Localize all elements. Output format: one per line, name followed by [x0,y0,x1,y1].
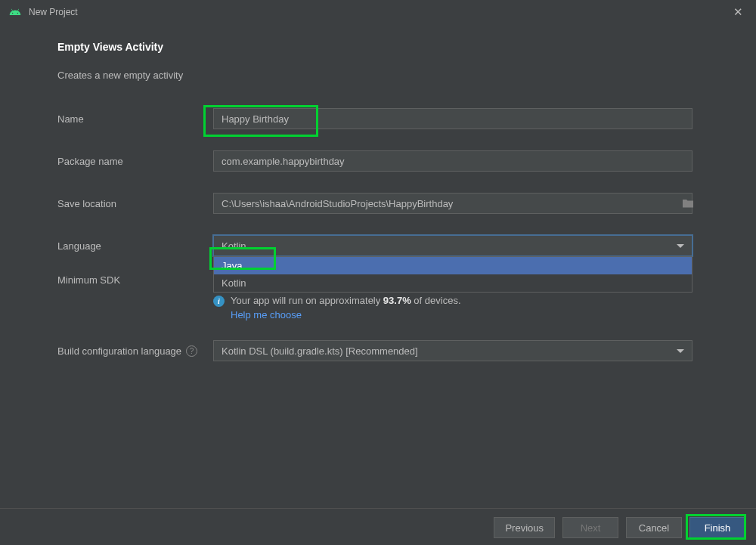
label-min-sdk: Minimum SDK [57,274,213,286]
help-me-choose-link[interactable]: Help me choose [231,309,461,320]
help-icon[interactable]: ? [186,345,197,357]
row-build-config: Build configuration language ? Kotlin DS… [57,340,699,361]
row-language: Language Kotlin Java Kotlin [57,235,699,256]
button-bar: Previous Next Cancel Finish [494,517,745,538]
info-icon: i [213,296,225,307]
footer-separator [0,508,756,509]
chevron-down-icon [677,244,684,248]
row-package: Package name [57,150,699,172]
package-input[interactable] [213,150,692,172]
page-subtitle: Creates a new empty activity [57,70,699,81]
label-name: Name [57,113,213,125]
build-config-value: Kotlin DSL (build.gradle.kts) [Recommend… [222,345,418,357]
row-save-location: Save location [57,193,699,214]
save-location-input[interactable] [213,193,692,214]
page-title: Empty Views Activity [57,41,699,53]
cancel-button[interactable]: Cancel [626,517,682,538]
device-coverage-info: i Your app will run on approximately 93.… [213,295,699,320]
window-title: New Project [29,7,78,17]
title-bar: New Project ✕ [0,0,756,24]
coverage-text: Your app will run on approximately 93.7%… [231,295,461,306]
build-config-select[interactable]: Kotlin DSL (build.gradle.kts) [Recommend… [213,340,692,361]
language-select[interactable]: Kotlin [213,235,692,256]
close-icon[interactable]: ✕ [729,5,747,19]
label-save-location: Save location [57,198,213,209]
label-build-config: Build configuration language ? [57,345,213,357]
language-select-value: Kotlin [222,240,246,252]
next-button: Next [562,517,618,538]
dialog-content: Empty Views Activity Creates a new empty… [0,24,756,361]
browse-folder-icon[interactable] [681,197,695,210]
chevron-down-icon [677,349,684,353]
row-name: Name [57,108,699,129]
label-language: Language [57,240,213,252]
language-option-java[interactable]: Java [214,257,692,274]
previous-button[interactable]: Previous [494,517,555,538]
language-option-kotlin[interactable]: Kotlin [214,274,692,292]
language-dropdown: Java Kotlin [213,256,692,293]
label-package: Package name [57,156,213,167]
finish-button[interactable]: Finish [689,517,745,538]
name-input[interactable] [213,108,692,129]
android-icon [9,6,21,18]
